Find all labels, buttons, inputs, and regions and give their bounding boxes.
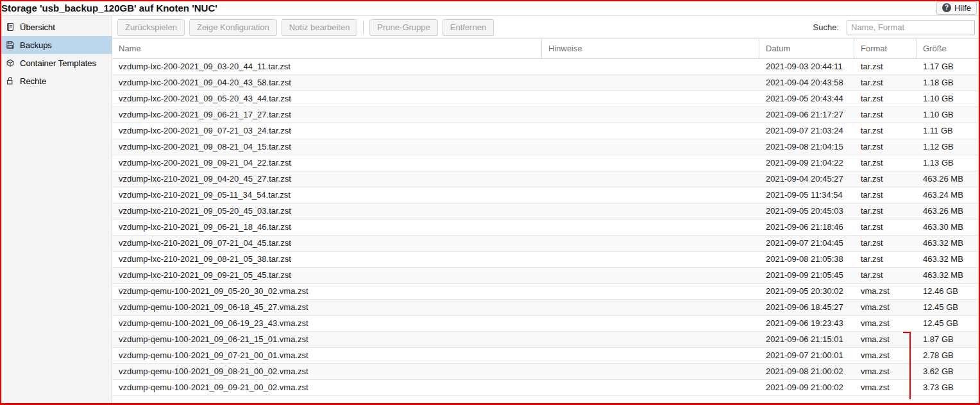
- cell-datum: 2021-09-06 21:17:27: [759, 107, 854, 123]
- cell-datum: 2021-09-09 21:00:02: [759, 380, 854, 395]
- column-header-format[interactable]: Format: [854, 39, 917, 58]
- table-row[interactable]: vzdump-qemu-100-2021_09_06-21_15_01.vma.…: [112, 332, 980, 348]
- toolbar-separator: [363, 21, 364, 34]
- table-row[interactable]: vzdump-lxc-210-2021_09_08-21_05_38.tar.z…: [112, 252, 980, 268]
- cell-format: vma.zst: [854, 300, 917, 315]
- table-body: vzdump-lxc-200-2021_09_03-20_44_11.tar.z…: [112, 59, 980, 405]
- table-row[interactable]: vzdump-lxc-200-2021_09_06-21_17_27.tar.z…: [112, 107, 980, 123]
- toolbar: ZurückspielenZeige KonfigurationNotiz be…: [112, 16, 980, 39]
- cell-datum: 2021-09-06 19:23:43: [759, 316, 854, 331]
- table-row[interactable]: vzdump-lxc-210-2021_09_06-21_18_46.tar.z…: [112, 220, 980, 236]
- cell-gr-e: 1.10 GB: [917, 107, 980, 123]
- cell-hinweise: [542, 252, 759, 267]
- proxmox-storage-panel: Storage 'usb_backup_120GB' auf Knoten 'N…: [0, 0, 980, 405]
- cell-format: tar.zst: [854, 123, 917, 139]
- sidebar-item-backups[interactable]: Backups: [0, 36, 112, 54]
- cell-datum: 2021-09-05 20:30:02: [759, 284, 854, 299]
- cell-hinweise: [542, 300, 759, 315]
- cell-name: vzdump-lxc-200-2021_09_03-20_44_11.tar.z…: [112, 59, 542, 74]
- cell-name: vzdump-lxc-200-2021_09_06-21_17_27.tar.z…: [112, 107, 542, 123]
- backups-table: NameHinweiseDatumFormatGröße vzdump-lxc-…: [112, 39, 980, 405]
- cell-format: tar.zst: [854, 171, 917, 187]
- table-row[interactable]: vzdump-lxc-200-2021_09_03-20_44_11.tar.z…: [112, 59, 980, 75]
- table-row[interactable]: vzdump-lxc-210-2021_09_04-20_45_27.tar.z…: [112, 171, 980, 187]
- cell-datum: 2021-09-04 20:45:27: [759, 171, 854, 187]
- table-row[interactable]: vzdump-qemu-100-2021_09_06-19_23_43.vma.…: [112, 316, 980, 332]
- cell-gr-e: 2.78 GB: [917, 348, 980, 363]
- cell-hinweise: [542, 123, 759, 139]
- cell-name: vzdump-qemu-100-2021_09_09-21_00_02.vma.…: [112, 380, 542, 395]
- cell-format: vma.zst: [854, 380, 917, 395]
- cell-gr-e: 3.62 GB: [917, 364, 980, 379]
- cell-format: tar.zst: [854, 252, 917, 267]
- cell-gr-e: 1.17 GB: [917, 59, 980, 74]
- table-row[interactable]: vzdump-lxc-200-2021_09_09-21_04_22.tar.z…: [112, 155, 980, 171]
- table-row[interactable]: vzdump-lxc-200-2021_09_07-21_03_24.tar.z…: [112, 123, 980, 139]
- help-button[interactable]: ? Hilfe: [936, 1, 977, 15]
- prune-gruppe-button[interactable]: Prune-Gruppe: [369, 19, 437, 36]
- table-row[interactable]: vzdump-qemu-100-2021_09_06-18_45_27.vma.…: [112, 300, 980, 316]
- cell-name: vzdump-lxc-200-2021_09_07-21_03_24.tar.z…: [112, 123, 542, 139]
- cell-name: vzdump-qemu-100-2021_09_06-18_45_27.vma.…: [112, 300, 542, 315]
- backups-icon: [5, 40, 15, 50]
- cell-hinweise: [542, 75, 759, 90]
- sidebar-item-rechte[interactable]: Rechte: [0, 72, 112, 90]
- search-input[interactable]: [847, 20, 975, 35]
- cell-datum: 2021-09-06 18:45:27: [759, 300, 854, 315]
- cell-format: tar.zst: [854, 139, 917, 155]
- cell-name: vzdump-lxc-210-2021_09_05-11_34_54.tar.z…: [112, 187, 542, 203]
- table-row[interactable]: vzdump-lxc-210-2021_09_09-21_05_45.tar.z…: [112, 268, 980, 284]
- page-title: Storage 'usb_backup_120GB' auf Knoten 'N…: [0, 3, 217, 13]
- cell-datum: 2021-09-07 21:00:01: [759, 348, 854, 363]
- cell-name: vzdump-lxc-210-2021_09_08-21_05_38.tar.z…: [112, 252, 542, 267]
- table-row[interactable]: vzdump-lxc-210-2021_09_07-21_04_45.tar.z…: [112, 236, 980, 252]
- help-button-label: Hilfe: [954, 3, 971, 13]
- column-header-name[interactable]: Name: [112, 39, 542, 58]
- table-row[interactable]: vzdump-lxc-210-2021_09_05-11_34_54.tar.z…: [112, 187, 980, 203]
- cell-hinweise: [542, 187, 759, 203]
- column-header-hinweise[interactable]: Hinweise: [542, 39, 759, 58]
- table-row[interactable]: vzdump-qemu-100-2021_09_05-20_30_02.vma.…: [112, 284, 980, 300]
- cell-datum: 2021-09-08 21:00:02: [759, 364, 854, 379]
- entfernen-button[interactable]: Entfernen: [443, 19, 494, 36]
- cell-gr-e: 463.30 MB: [917, 220, 980, 235]
- zur-ckspielen-button[interactable]: Zurückspielen: [117, 19, 185, 36]
- cell-name: vzdump-lxc-200-2021_09_05-20_43_44.tar.z…: [112, 91, 542, 107]
- table-row[interactable]: vzdump-lxc-200-2021_09_04-20_43_58.tar.z…: [112, 75, 980, 91]
- cell-gr-e: 1.87 GB: [917, 332, 980, 347]
- question-circle-icon: ?: [942, 3, 951, 12]
- notiz-bearbeiten-button[interactable]: Notiz bearbeiten: [282, 19, 358, 36]
- cell-name: vzdump-lxc-200-2021_09_04-20_43_58.tar.z…: [112, 75, 542, 90]
- cell-hinweise: [542, 348, 759, 363]
- cell-hinweise: [542, 59, 759, 74]
- cell-hinweise: [542, 91, 759, 107]
- cell-datum: 2021-09-08 21:05:38: [759, 252, 854, 267]
- cell-name: vzdump-qemu-100-2021_09_07-21_00_01.vma.…: [112, 348, 542, 363]
- cell-datum: 2021-09-04 20:43:58: [759, 75, 854, 90]
- sidebar-item-bersicht[interactable]: Übersicht: [0, 18, 112, 36]
- cell-format: vma.zst: [854, 284, 917, 299]
- table-row[interactable]: vzdump-lxc-200-2021_09_05-20_43_44.tar.z…: [112, 91, 980, 107]
- cell-datum: 2021-09-06 21:18:46: [759, 220, 854, 235]
- table-row[interactable]: vzdump-lxc-210-2021_09_05-20_45_03.tar.z…: [112, 203, 980, 220]
- cell-name: vzdump-lxc-210-2021_09_07-21_04_45.tar.z…: [112, 236, 542, 251]
- cell-gr-e: 12.45 GB: [917, 300, 980, 315]
- sidebar-item-label: Rechte: [20, 76, 46, 86]
- sidebar-item-container-templates[interactable]: Container Templates: [0, 54, 112, 72]
- main-area: ÜbersichtBackupsContainer TemplatesRecht…: [0, 16, 980, 405]
- cell-gr-e: 1.13 GB: [917, 155, 980, 171]
- cell-datum: 2021-09-05 20:43:44: [759, 91, 854, 107]
- table-row[interactable]: vzdump-qemu-100-2021_09_08-21_00_02.vma.…: [112, 364, 980, 380]
- cell-format: vma.zst: [854, 332, 917, 347]
- column-header-gr-e[interactable]: Größe: [917, 39, 980, 58]
- cell-datum: 2021-09-08 21:04:15: [759, 139, 854, 155]
- table-header-row: NameHinweiseDatumFormatGröße: [112, 39, 980, 59]
- cell-name: vzdump-lxc-200-2021_09_08-21_04_15.tar.z…: [112, 139, 542, 155]
- table-row[interactable]: vzdump-qemu-100-2021_09_07-21_00_01.vma.…: [112, 348, 980, 364]
- table-row[interactable]: vzdump-qemu-100-2021_09_09-21_00_02.vma.…: [112, 380, 980, 396]
- column-header-datum[interactable]: Datum: [759, 39, 854, 58]
- table-row[interactable]: vzdump-lxc-200-2021_09_08-21_04_15.tar.z…: [112, 139, 980, 155]
- cell-format: tar.zst: [854, 268, 917, 283]
- zeige-konfiguration-button[interactable]: Zeige Konfiguration: [189, 19, 277, 36]
- cell-name: vzdump-qemu-100-2021_09_08-21_00_02.vma.…: [112, 364, 542, 379]
